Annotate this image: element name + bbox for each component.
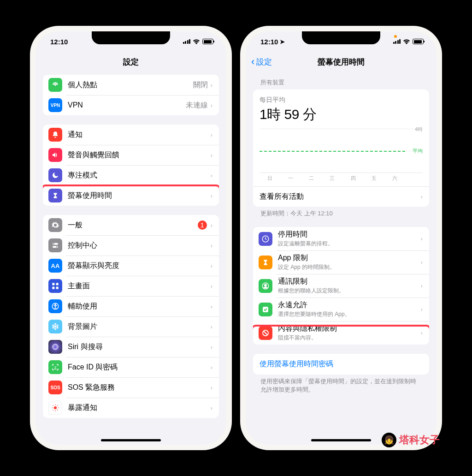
page-title: 設定: [123, 57, 139, 67]
row-accessibility[interactable]: 輔助使用 ›: [43, 296, 219, 316]
chevron-right-icon: ›: [421, 329, 423, 336]
svg-point-17: [52, 325, 54, 327]
row-personal-hotspot[interactable]: 個人熱點 關閉 ›: [43, 75, 219, 95]
row-title: 停用時間: [278, 230, 421, 239]
chevron-right-icon: ›: [211, 192, 212, 199]
row-exposure[interactable]: 暴露通知 ›: [43, 398, 219, 418]
hourglass-icon: [48, 189, 62, 202]
svg-point-11: [54, 326, 57, 328]
row-subtitle: 根據您的聯絡人設定限制。: [278, 287, 421, 295]
chevron-right-icon: ›: [211, 283, 212, 290]
row-label: 輔助使用: [68, 302, 211, 311]
siri-icon: [48, 340, 62, 354]
settings-list[interactable]: 個人熱點 關閉 › VPN VPN 未連線 › 通知 ›: [35, 72, 226, 445]
row-label: 控制中心: [68, 241, 211, 250]
svg-point-3: [53, 243, 54, 244]
avg-label: 每日平均: [260, 96, 423, 104]
group-screentime-options: 停用時間 設定遠離螢幕的排程。 › App 限制 設定 App 的時間限制。 ›: [253, 227, 429, 345]
row-label: 通知: [68, 130, 211, 140]
group-connectivity: 個人熱點 關閉 › VPN VPN 未連線 ›: [43, 75, 219, 115]
row-label: Face ID 與密碼: [68, 363, 211, 372]
svg-point-15: [54, 328, 57, 330]
svg-point-16: [52, 327, 54, 329]
battery-icon: [202, 39, 213, 44]
row-sos[interactable]: SOS SOS 緊急服務 ›: [43, 377, 219, 398]
location-icon: ➤: [280, 38, 285, 45]
row-content-privacy[interactable]: 內容與隱私權限制 阻擋不當內容。 ›: [253, 321, 429, 345]
home-indicator[interactable]: [311, 439, 371, 441]
no-entry-icon: [259, 326, 272, 340]
row-label: 一般: [68, 220, 198, 230]
row-focus[interactable]: 專注模式 ›: [43, 165, 219, 185]
chevron-right-icon: ›: [211, 303, 212, 310]
privacy-indicator-dot: [394, 35, 397, 38]
row-vpn[interactable]: VPN VPN 未連線 ›: [43, 95, 219, 115]
svg-point-14: [56, 327, 59, 329]
row-value: 關閉: [193, 80, 208, 90]
row-label: 個人熱點: [68, 80, 193, 90]
chevron-left-icon: ‹: [251, 56, 254, 68]
chevron-right-icon: ›: [211, 242, 212, 249]
chevron-right-icon: ›: [211, 384, 212, 391]
group-general: 一般 1 › 控制中心 › AA 螢幕顯示與亮度 ›: [43, 215, 219, 418]
cellular-icon: [393, 39, 401, 44]
usage-chart: 平均 4時: [260, 129, 423, 173]
screen-left: 12:10 設定 個人熱點 關閉 › VPN: [35, 31, 226, 445]
row-display[interactable]: AA 螢幕顯示與亮度 ›: [43, 256, 219, 276]
svg-point-13: [56, 325, 59, 327]
row-use-passcode[interactable]: 使用螢幕使用時間密碼: [253, 354, 429, 375]
hotspot-icon: [48, 78, 62, 92]
back-label: 設定: [256, 57, 272, 67]
row-siri[interactable]: Siri 與搜尋 ›: [43, 337, 219, 357]
row-subtitle: 阻擋不當內容。: [278, 334, 421, 342]
row-general[interactable]: 一般 1 ›: [43, 215, 219, 235]
row-subtitle: 選擇您想要隨時使用的 App。: [278, 310, 421, 318]
row-title: 內容與隱私權限制: [278, 324, 421, 333]
back-button[interactable]: ‹ 設定: [251, 56, 272, 68]
svg-rect-6: [56, 283, 59, 285]
row-downtime[interactable]: 停用時間 設定遠離螢幕的排程。 ›: [253, 227, 429, 250]
chart-xlabels: 日一二三四五六: [260, 175, 423, 182]
row-value: 未連線: [186, 101, 208, 110]
screentime-content[interactable]: 所有裝置 每日平均 1時 59 分 平均 4時 日一二三四五六 查看所有活動 ›…: [246, 72, 437, 445]
row-sounds[interactable]: 聲音與觸覺回饋 ›: [43, 145, 219, 165]
battery-icon: [413, 39, 424, 44]
row-label: 螢幕顯示與亮度: [68, 261, 211, 271]
apps-grid-icon: [48, 279, 62, 293]
row-app-limits[interactable]: App 限制 設定 App 的時間限制。 ›: [253, 250, 429, 274]
status-time: 12:10: [260, 38, 278, 46]
nav-bar: ‹ 設定 螢幕使用時間: [246, 52, 437, 72]
row-home-screen[interactable]: 主畫面 ›: [43, 276, 219, 296]
svg-rect-8: [56, 287, 59, 289]
row-label: SOS 緊急服務: [68, 383, 211, 393]
row-screen-time[interactable]: 螢幕使用時間 ›: [43, 185, 219, 206]
hourglass-icon: [259, 256, 272, 269]
text-size-icon: AA: [48, 259, 62, 273]
chevron-right-icon: ›: [211, 323, 212, 330]
group-header: 所有裝置: [253, 72, 429, 89]
row-faceid[interactable]: Face ID 與密碼 ›: [43, 357, 219, 377]
chevron-right-icon: ›: [421, 235, 423, 242]
chevron-right-icon: ›: [211, 262, 212, 269]
row-label: 螢幕使用時間: [68, 191, 211, 201]
row-view-all-activity[interactable]: 查看所有活動 ›: [253, 186, 429, 207]
row-notifications[interactable]: 通知 ›: [43, 125, 219, 145]
row-always-allowed[interactable]: 永遠允許 選擇您想要隨時使用的 App。 ›: [253, 298, 429, 321]
avg-line-label: 平均: [413, 147, 423, 154]
chevron-right-icon: ›: [211, 131, 212, 138]
row-wallpaper[interactable]: 背景圖片 ›: [43, 316, 219, 337]
svg-point-4: [56, 246, 58, 248]
row-label: 聲音與觸覺回饋: [68, 150, 211, 160]
home-indicator[interactable]: [101, 439, 161, 441]
row-subtitle: 設定遠離螢幕的排程。: [278, 240, 421, 248]
vpn-icon: VPN: [48, 98, 62, 112]
svg-point-12: [54, 323, 57, 326]
svg-point-18: [53, 344, 58, 350]
chevron-right-icon: ›: [211, 152, 212, 159]
row-label: 暴露通知: [68, 403, 211, 413]
row-label: 查看所有活動: [260, 192, 421, 202]
row-control-center[interactable]: 控制中心 ›: [43, 235, 219, 256]
row-communication-limits[interactable]: 通訊限制 根據您的聯絡人設定限制。 ›: [253, 274, 429, 298]
row-title: 通訊限制: [278, 277, 421, 286]
svg-point-19: [54, 345, 57, 349]
